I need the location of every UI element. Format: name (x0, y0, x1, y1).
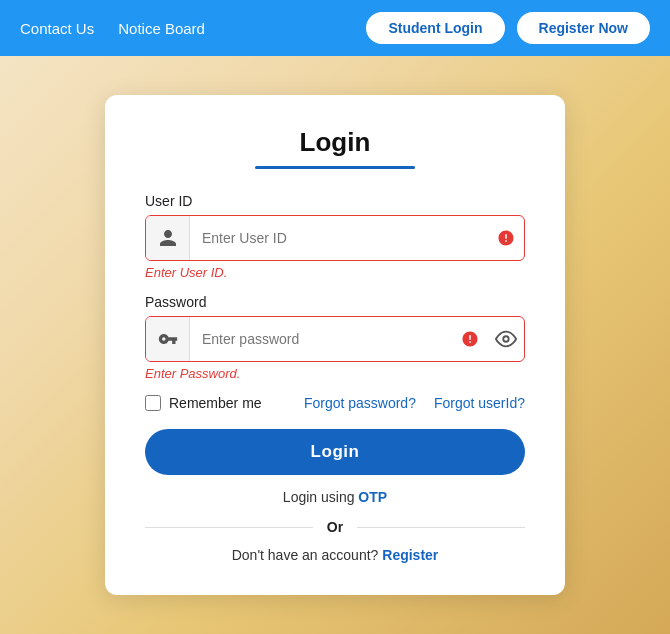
userid-input-wrapper (145, 215, 525, 261)
userid-label: User ID (145, 193, 525, 209)
or-line-left (145, 527, 313, 528)
or-divider: Or (145, 519, 525, 535)
register-now-button[interactable]: Register Now (517, 12, 650, 44)
userid-input[interactable] (190, 220, 488, 256)
key-icon (146, 317, 190, 361)
otp-prefix: Login using (283, 489, 359, 505)
password-input[interactable] (190, 321, 452, 357)
nav-right: Student Login Register Now (366, 12, 650, 44)
userid-alert-icon (488, 229, 524, 247)
remember-row: Remember me Forgot password? Forgot user… (145, 395, 525, 411)
userid-field-group: User ID Enter User ID. (145, 193, 525, 280)
register-link[interactable]: Register (382, 547, 438, 563)
or-line-right (357, 527, 525, 528)
password-eye-icon[interactable] (488, 328, 524, 350)
main-area: Login User ID Enter User ID. (0, 56, 670, 634)
remember-label: Remember me (169, 395, 262, 411)
remember-links: Forgot password? Forgot userId? (304, 395, 525, 411)
login-card: Login User ID Enter User ID. (105, 95, 565, 595)
remember-checkbox[interactable] (145, 395, 161, 411)
password-input-wrapper (145, 316, 525, 362)
forgot-userid-link[interactable]: Forgot userId? (434, 395, 525, 411)
userid-error: Enter User ID. (145, 265, 525, 280)
forgot-password-link[interactable]: Forgot password? (304, 395, 416, 411)
title-underline (255, 166, 415, 169)
navbar: Contact Us Notice Board Student Login Re… (0, 0, 670, 56)
no-account-text: Don't have an account? (232, 547, 379, 563)
register-row: Don't have an account? Register (145, 547, 525, 563)
nav-notice-link[interactable]: Notice Board (118, 20, 205, 37)
remember-left: Remember me (145, 395, 262, 411)
student-login-button[interactable]: Student Login (366, 12, 504, 44)
nav-left: Contact Us Notice Board (20, 20, 205, 37)
login-title: Login (145, 127, 525, 158)
otp-row: Login using OTP (145, 489, 525, 505)
password-error: Enter Password. (145, 366, 525, 381)
svg-point-0 (503, 336, 509, 342)
password-label: Password (145, 294, 525, 310)
otp-link[interactable]: OTP (358, 489, 387, 505)
user-icon (146, 216, 190, 260)
password-alert-icon (452, 330, 488, 348)
or-text: Or (313, 519, 357, 535)
login-button[interactable]: Login (145, 429, 525, 475)
nav-contact-link[interactable]: Contact Us (20, 20, 94, 37)
password-field-group: Password (145, 294, 525, 381)
